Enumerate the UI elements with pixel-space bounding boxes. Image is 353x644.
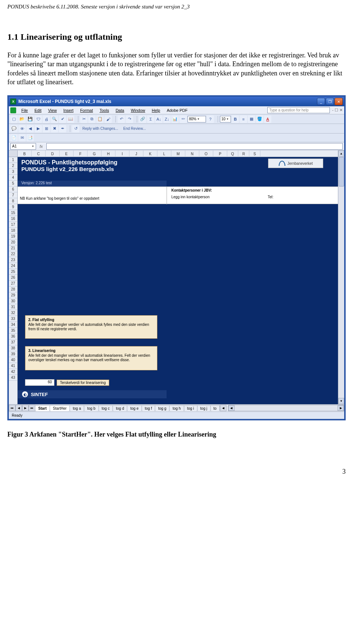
row-header[interactable]: 19 xyxy=(9,234,17,239)
sheet-body[interactable]: PONDUS - Punktlighetsoppfølging PUNDUS l… xyxy=(18,157,338,404)
sheet-tab[interactable]: tog c xyxy=(99,405,113,411)
column-header[interactable]: N xyxy=(185,150,199,157)
scroll-thumb[interactable] xyxy=(339,157,344,186)
tab-nav-first[interactable]: ⏮ xyxy=(9,405,15,411)
menu-insert[interactable]: Insert xyxy=(60,107,76,113)
row-header[interactable]: 2 xyxy=(9,163,17,169)
sheet-tab[interactable]: tog d xyxy=(113,405,127,411)
undo-icon[interactable]: ↶ xyxy=(118,115,125,123)
menu-tools[interactable]: Tools xyxy=(97,107,112,113)
pdf-review-icon[interactable]: 📑 xyxy=(26,134,34,142)
row-header[interactable]: 1 xyxy=(9,157,17,163)
workbook-window-controls[interactable]: - ☐ ✕ xyxy=(332,108,343,113)
menu-view[interactable]: View xyxy=(45,107,60,113)
row-header[interactable]: 42 xyxy=(9,369,17,375)
threshold-value-cell[interactable]: 60 xyxy=(25,379,54,386)
column-header[interactable]: K xyxy=(143,150,157,157)
row-header[interactable]: 36 xyxy=(9,334,17,339)
row-header[interactable]: 32 xyxy=(9,310,17,316)
row-header[interactable]: 5 xyxy=(9,181,17,186)
column-header[interactable]: C xyxy=(32,150,46,157)
column-header[interactable]: F xyxy=(74,150,88,157)
row-header[interactable]: 40 xyxy=(9,357,17,363)
tab-start[interactable]: Start xyxy=(35,405,50,411)
fx-button[interactable]: fx xyxy=(38,143,45,150)
row-header[interactable]: 34 xyxy=(9,322,17,328)
scroll-up-button[interactable]: ▲ xyxy=(338,150,344,157)
borders-icon[interactable]: ▦ xyxy=(248,115,255,123)
row-header[interactable]: 39 xyxy=(9,351,17,357)
row-header[interactable]: 16 xyxy=(9,216,17,222)
sheet-tab[interactable]: tog i xyxy=(184,405,197,411)
tab-scroll-left[interactable]: ◀ xyxy=(220,405,227,411)
pdf-convert-icon[interactable]: 📄 xyxy=(10,134,18,142)
drawing-icon[interactable]: ✏ xyxy=(179,115,187,123)
sheet-tab[interactable]: tog h xyxy=(169,405,184,411)
column-header[interactable]: H xyxy=(101,150,115,157)
menu-adobe-pdf[interactable]: Adobe PDF xyxy=(164,107,190,113)
tab-nav-prev[interactable]: ◀ xyxy=(15,405,22,411)
show-all-comments-icon[interactable]: ⊞ xyxy=(43,125,50,132)
row-header[interactable]: 21 xyxy=(9,245,17,251)
column-header[interactable]: S xyxy=(249,150,260,157)
row-header[interactable]: 30 xyxy=(9,298,17,304)
row-header[interactable]: 4 xyxy=(9,175,17,181)
row-header[interactable]: 25 xyxy=(9,269,17,275)
end-review-link[interactable]: End Review... xyxy=(121,127,148,131)
close-button[interactable]: ✕ xyxy=(335,98,343,105)
name-box[interactable]: A1▼ xyxy=(10,143,36,150)
scroll-down-button[interactable]: ▼ xyxy=(338,398,344,404)
save-icon[interactable]: 💾 xyxy=(26,115,34,123)
research-icon[interactable]: 📖 xyxy=(67,115,74,123)
hyperlink-icon[interactable]: 🔗 xyxy=(139,115,146,123)
next-comment-icon[interactable]: ▶ xyxy=(35,125,42,132)
hscroll-left-button[interactable]: ◀ xyxy=(228,405,235,411)
redo-icon[interactable]: ↷ xyxy=(126,115,133,123)
autosum-icon[interactable]: Σ xyxy=(147,115,154,123)
delete-comment-icon[interactable]: ✖ xyxy=(51,125,58,132)
ink-icon[interactable]: ✒ xyxy=(59,125,66,132)
maximize-button[interactable]: ❐ xyxy=(326,98,334,105)
spelling-icon[interactable]: ✔ xyxy=(59,115,66,123)
open-icon[interactable]: 📂 xyxy=(18,115,26,123)
row-header[interactable]: 28 xyxy=(9,287,17,292)
row-header[interactable]: 43 xyxy=(9,375,17,381)
column-header[interactable]: O xyxy=(199,150,213,157)
align-icon[interactable]: ≡ xyxy=(240,115,247,123)
show-comment-icon[interactable]: 👁 xyxy=(18,125,26,132)
minimize-button[interactable]: _ xyxy=(317,98,325,105)
column-header[interactable]: D xyxy=(46,150,60,157)
row-header[interactable]: 29 xyxy=(9,292,17,298)
row-header[interactable]: 23 xyxy=(9,257,17,263)
sheet-tab[interactable]: tog e xyxy=(127,405,142,411)
sort-desc-icon[interactable]: Z↓ xyxy=(163,115,171,123)
new-icon[interactable]: ▢ xyxy=(10,115,18,123)
format-painter-icon[interactable]: 🖌 xyxy=(104,115,112,123)
menu-file[interactable]: File xyxy=(18,107,31,113)
insert-comment-icon[interactable]: 💬 xyxy=(10,125,18,132)
row-header[interactable]: 27 xyxy=(9,281,17,287)
paste-icon[interactable]: 📋 xyxy=(96,115,104,123)
cut-icon[interactable]: ✂ xyxy=(80,115,88,123)
sheet-tab[interactable]: StartHer xyxy=(50,405,70,411)
row-header[interactable]: 38 xyxy=(9,345,17,351)
row-header[interactable]: 26 xyxy=(9,275,17,281)
tab-nav-last[interactable]: ⏭ xyxy=(29,405,35,411)
track-changes-icon[interactable]: ↺ xyxy=(72,125,79,132)
row-header[interactable]: 15 xyxy=(9,210,17,216)
menu-data[interactable]: Data xyxy=(113,107,127,113)
row-header[interactable]: 8 xyxy=(9,198,17,204)
row-header[interactable]: 17 xyxy=(9,222,17,228)
row-header[interactable]: 3 xyxy=(9,169,17,175)
row-header[interactable]: 33 xyxy=(9,316,17,322)
column-header[interactable]: M xyxy=(171,150,185,157)
linearisering-box[interactable]: 3. Linearisering Alle felt der det mangl… xyxy=(25,346,157,370)
row-header[interactable]: 18 xyxy=(9,228,17,234)
zoom-input[interactable]: 80%▼ xyxy=(188,116,206,122)
column-header[interactable]: L xyxy=(157,150,171,157)
row-header[interactable]: 41 xyxy=(9,363,17,369)
tab-nav-next[interactable]: ▶ xyxy=(22,405,29,411)
vertical-scrollbar[interactable]: ▲ ▼ xyxy=(338,150,344,404)
font-size-input[interactable]: 10▼ xyxy=(220,116,231,122)
select-all-corner[interactable] xyxy=(9,150,17,157)
